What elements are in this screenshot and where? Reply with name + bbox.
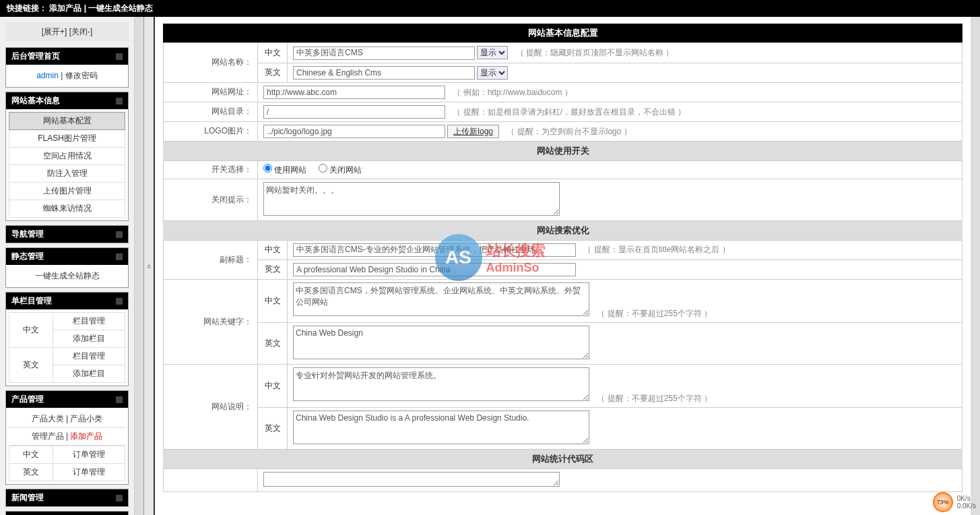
select-show-cn[interactable]: 显示: [477, 46, 508, 59]
textarea-close-hint[interactable]: 网站暂时关闭。。。: [263, 182, 560, 216]
label-site-name: 网站名称：: [164, 43, 258, 83]
hint-dir: （ 提醒：如是根目录请为斜杠/，最好放置在根目录，不会出错 ）: [453, 107, 686, 117]
collapse-icon: [116, 98, 123, 104]
sidebar-link-password[interactable]: 修改密码: [65, 71, 98, 80]
sidebar-header-home[interactable]: 后台管理首页: [6, 48, 128, 65]
sidebar-item-gen-static[interactable]: 一键生成全站静态: [35, 271, 100, 280]
input-logo[interactable]: [263, 125, 445, 138]
speed-gauge-icon: 73%: [933, 492, 953, 512]
sidebar-item-en-col-manage[interactable]: 栏目管理: [73, 351, 105, 361]
label-dir: 网站目录：: [164, 102, 258, 121]
sidebar-item-upload[interactable]: 上传图片管理: [43, 186, 92, 195]
select-show-en[interactable]: 显示: [477, 66, 508, 80]
input-subtitle-en[interactable]: [293, 263, 576, 276]
hint-keywords: （ 提醒：不要超过255个字符 ）: [597, 309, 712, 318]
sidebar-item-cn-col-add[interactable]: 添加栏目: [73, 334, 105, 343]
collapse-icon: [116, 396, 123, 403]
label-subtitle: 副标题：: [164, 240, 258, 279]
hint-url: （ 例如：http://www.baiducom ）: [453, 88, 572, 97]
topbar-link-static[interactable]: 一键生成全站静态: [88, 3, 153, 13]
textarea-desc-cn[interactable]: 专业针对外贸网站开发的网站管理系统。: [293, 367, 589, 401]
hint-desc: （ 提醒：不要超过255个字符 ）: [597, 394, 712, 403]
textarea-stats[interactable]: [263, 472, 560, 487]
sidebar-item-space[interactable]: 空间占用情况: [43, 151, 92, 160]
sidebar-header-static[interactable]: 静态管理: [6, 248, 128, 265]
main-content: 网站基本信息配置 网站名称： 中文 显示 （ 提醒：隐藏则首页顶部不显示网站名称…: [155, 17, 971, 515]
textarea-desc-en[interactable]: China Web Design Studio is a A professio…: [293, 411, 589, 444]
collapse-icon: [116, 231, 123, 238]
sidebar-item-flash[interactable]: FLASH图片管理: [38, 133, 96, 143]
chevron-left-icon: ‹‹: [145, 264, 153, 269]
input-site-name-en[interactable]: [293, 66, 475, 80]
sidebar-scrollbar[interactable]: [135, 17, 144, 515]
textarea-keywords-cn[interactable]: 中英多国语言CMS，外贸网站管理系统、企业网站系统、中英文网站系统、外贸公司网站: [293, 282, 589, 316]
sidebar: [展开+] [关闭-] 后台管理首页 admin | 修改密码 网站基本信息: [0, 17, 135, 515]
sidebar-item-en-col-add[interactable]: 添加栏目: [73, 369, 105, 378]
label-switch: 开关选择：: [164, 160, 258, 179]
input-url[interactable]: [263, 86, 445, 99]
sidebar-link-prod-add[interactable]: 添加产品: [70, 431, 102, 441]
label-desc: 网站说明：: [164, 364, 258, 449]
section-title-basic: 网站基本信息配置: [163, 24, 962, 42]
sidebar-link-prod-small[interactable]: 产品小类: [70, 414, 102, 423]
sidebar-link-admin[interactable]: admin: [36, 71, 59, 80]
sidebar-item-cn-col-manage[interactable]: 栏目管理: [73, 316, 105, 326]
expand-collapse-toggle[interactable]: [展开+] [关闭-]: [5, 22, 129, 42]
sidebar-header-news[interactable]: 新闻管理: [6, 489, 128, 506]
sidebar-header-nav[interactable]: 导航管理: [6, 226, 128, 243]
input-subtitle-cn[interactable]: [293, 243, 576, 257]
section-title-stats: 网站统计代码区: [163, 450, 962, 468]
topbar-prefix: 快捷链接：: [7, 3, 47, 13]
label-keywords: 网站关键字：: [164, 279, 258, 364]
top-bar: 快捷链接： 添加产品 | 一键生成全站静态: [0, 0, 980, 17]
hint-subtitle: （ 提醒：显示在首页title网站名称之后 ）: [583, 245, 729, 254]
radio-switch-on[interactable]: 使用网站: [263, 165, 306, 175]
section-title-switch: 网站使用开关: [163, 142, 962, 160]
textarea-keywords-en[interactable]: China Web Design: [293, 326, 589, 359]
main-scrollbar[interactable]: [971, 17, 980, 515]
speed-badge: 73% 0K/s 0.0K/s: [933, 492, 976, 512]
label-logo: LOGO图片：: [164, 121, 258, 141]
label-url: 网站网址：: [164, 82, 258, 102]
sidebar-header-product[interactable]: 产品管理: [6, 391, 128, 408]
sidebar-header-single[interactable]: 单栏目管理: [6, 293, 128, 309]
sidebar-header-basic[interactable]: 网站基本信息: [6, 92, 128, 109]
hint-logo: （ 提醒：为空则前台不显示logo ）: [507, 127, 631, 136]
radio-switch-off[interactable]: 关闭网站: [319, 165, 362, 175]
sidebar-link-prod-manage[interactable]: 管理产品: [32, 431, 64, 441]
hint-hide: （ 提醒：隐藏则首页顶部不显示网站名称 ）: [516, 48, 674, 57]
topbar-link-add-product[interactable]: 添加产品: [49, 3, 81, 13]
sidebar-item-inject[interactable]: 防注入管理: [47, 169, 88, 178]
label-close-hint: 关闭提示：: [164, 179, 258, 220]
section-title-seo: 网站搜索优化: [163, 221, 962, 240]
collapse-icon: [116, 495, 123, 502]
sidebar-item-spider[interactable]: 蜘蛛来访情况: [43, 204, 92, 213]
input-dir[interactable]: [263, 105, 445, 119]
sidebar-item-basic-config[interactable]: 网站基本配置: [43, 116, 92, 125]
upload-logo-button[interactable]: 上传新logo: [447, 125, 499, 138]
collapse-icon: [116, 253, 123, 260]
sidebar-item-en-order[interactable]: 订单管理: [73, 467, 105, 477]
sidebar-collapse-handle[interactable]: ‹‹: [144, 17, 155, 515]
input-site-name-cn[interactable]: [293, 47, 475, 60]
collapse-icon: [116, 53, 123, 60]
collapse-icon: [116, 298, 123, 305]
sidebar-link-prod-big[interactable]: 产品大类: [32, 414, 64, 423]
sidebar-item-cn-order[interactable]: 订单管理: [73, 450, 105, 459]
sidebar-header-guestbook[interactable]: 留言管理: [6, 512, 128, 515]
